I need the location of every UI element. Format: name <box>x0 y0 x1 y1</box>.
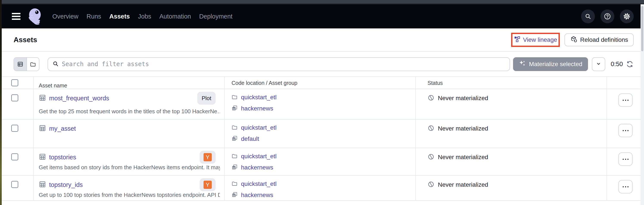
annotation-highlight-box: View lineage <box>511 33 560 47</box>
search-icon[interactable] <box>581 10 595 23</box>
row-actions-cell <box>607 89 644 119</box>
asset-row-my_asset: my_assetquickstart_etldefaultNever mater… <box>2 120 644 148</box>
materialize-dropdown-button[interactable] <box>592 57 605 71</box>
desktop-background-sliver <box>0 0 2 205</box>
sparkles-icon <box>519 60 526 68</box>
header-status: Status <box>416 77 607 89</box>
row-checkbox[interactable] <box>11 153 18 160</box>
search-input[interactable] <box>62 60 505 68</box>
asset-description: Get items based on story ids from the Ha… <box>39 164 220 171</box>
view-lineage-label: View lineage <box>523 36 557 43</box>
code-location-cell: quickstart_etlhackernews <box>225 148 416 175</box>
asset-group-link[interactable]: hackernews <box>241 192 273 198</box>
status-text: Never materialized <box>438 95 488 102</box>
compute-kind-tag[interactable]: Y <box>200 178 216 191</box>
asset-name-link[interactable]: topstory_ids <box>49 181 83 188</box>
status-cell: Never materialized <box>416 120 607 148</box>
asset-group-line: hackernews <box>232 190 415 201</box>
asset-name-link[interactable]: my_asset <box>49 125 76 132</box>
reload-definitions-button[interactable]: Reload definitions <box>564 34 634 46</box>
code-location-cell: quickstart_etldefault <box>225 120 416 148</box>
asset-name-cell: topstoriesYGet items based on story ids … <box>34 148 225 175</box>
header-actions-cell <box>607 77 644 89</box>
code-location-line: quickstart_etl <box>232 92 415 103</box>
settings-icon[interactable] <box>620 10 634 23</box>
scrollbar[interactable] <box>640 4 644 205</box>
folder-view-toggle[interactable] <box>26 58 39 71</box>
row-checkbox[interactable] <box>11 181 18 188</box>
table-view-toggle[interactable] <box>14 58 26 71</box>
row-checkbox[interactable] <box>11 94 18 102</box>
header-actions: View lineage <box>511 33 634 47</box>
browser-window: OverviewRunsAssetsJobsAutomationDeployme… <box>2 0 644 205</box>
asset-name-link[interactable]: topstories <box>49 154 76 161</box>
search-box <box>48 57 510 71</box>
status-cell: Never materialized <box>416 176 607 201</box>
row-checkbox[interactable] <box>11 125 18 132</box>
code-location-line: quickstart_etl <box>232 151 415 162</box>
hackernews-icon: Y <box>204 181 212 189</box>
select-all-checkbox[interactable] <box>11 79 18 86</box>
folder-icon <box>232 153 238 160</box>
nav-item-assets[interactable]: Assets <box>110 13 130 20</box>
code-location-link[interactable]: quickstart_etl <box>241 124 276 131</box>
materialize-selected-label: Materialize selected <box>529 61 582 68</box>
asset-group-line: hackernews <box>232 162 415 173</box>
table-asset-icon <box>39 181 46 189</box>
code-location-link[interactable]: quickstart_etl <box>241 153 276 160</box>
reload-definitions-label: Reload definitions <box>580 36 628 43</box>
folder-icon <box>232 124 238 131</box>
code-location-link[interactable]: quickstart_etl <box>241 180 276 187</box>
asset-group-link[interactable]: hackernews <box>241 164 273 171</box>
asset-group-line: hackernews <box>232 103 415 114</box>
row-menu-button[interactable] <box>618 94 632 107</box>
never-materialized-icon <box>428 125 434 132</box>
nav-item-jobs[interactable]: Jobs <box>138 13 151 20</box>
code-location-cell: quickstart_etlhackernews <box>225 176 416 201</box>
row-checkbox-cell <box>2 89 34 119</box>
compute-kind-tag[interactable]: Y <box>200 151 216 164</box>
toolbar-right: Materialize selected 0:50 <box>513 57 634 71</box>
nav-items: OverviewRunsAssetsJobsAutomationDeployme… <box>52 13 232 20</box>
materialize-selected-button[interactable]: Materialize selected <box>513 57 588 71</box>
asset-group-icon <box>232 192 238 198</box>
asset-group-link[interactable]: default <box>241 136 259 142</box>
assets-table: Asset name Code location / Asset group S… <box>2 76 644 201</box>
row-menu-button[interactable] <box>618 152 632 166</box>
assets-toolbar: Materialize selected 0:50 <box>2 52 644 76</box>
code-location-link[interactable]: quickstart_etl <box>241 94 276 101</box>
table-asset-icon <box>39 124 46 133</box>
asset-row-topstories: topstoriesYGet items based on story ids … <box>2 148 644 176</box>
status-text: Never materialized <box>438 154 488 161</box>
asset-group-icon <box>232 164 238 171</box>
asset-name-link[interactable]: most_frequent_words <box>49 95 109 102</box>
table-asset-icon <box>39 153 46 161</box>
nav-item-deployment[interactable]: Deployment <box>199 13 232 20</box>
scrollbar-thumb[interactable] <box>641 6 643 51</box>
row-actions-cell <box>607 120 644 148</box>
status-text: Never materialized <box>438 125 488 132</box>
nav-item-automation[interactable]: Automation <box>160 13 191 20</box>
asset-group-line: default <box>232 133 415 144</box>
asset-name-cell: my_asset <box>34 120 225 148</box>
table-header-row: Asset name Code location / Asset group S… <box>2 77 644 89</box>
asset-tag[interactable]: Plot <box>197 92 216 105</box>
lineage-graph-icon <box>514 36 520 44</box>
nav-right-icons <box>581 10 634 23</box>
row-menu-button[interactable] <box>618 180 632 193</box>
dagster-logo-icon[interactable] <box>26 6 44 26</box>
menu-icon[interactable] <box>12 12 21 20</box>
asset-row-topstory_ids: topstory_idsYGet up to 100 top stories f… <box>2 176 644 201</box>
table-asset-icon <box>39 94 46 102</box>
nav-item-overview[interactable]: Overview <box>52 13 78 20</box>
refresh-icon[interactable] <box>626 60 634 68</box>
nav-item-runs[interactable]: Runs <box>86 13 101 20</box>
row-checkbox-cell <box>2 148 34 175</box>
page-title: Assets <box>14 36 37 44</box>
view-lineage-button[interactable]: View lineage <box>514 36 557 44</box>
help-icon[interactable] <box>600 10 614 23</box>
row-menu-button[interactable] <box>618 124 632 137</box>
top-navbar: OverviewRunsAssetsJobsAutomationDeployme… <box>2 4 644 28</box>
asset-group-link[interactable]: hackernews <box>241 105 273 112</box>
page-header: Assets View l <box>2 28 644 52</box>
